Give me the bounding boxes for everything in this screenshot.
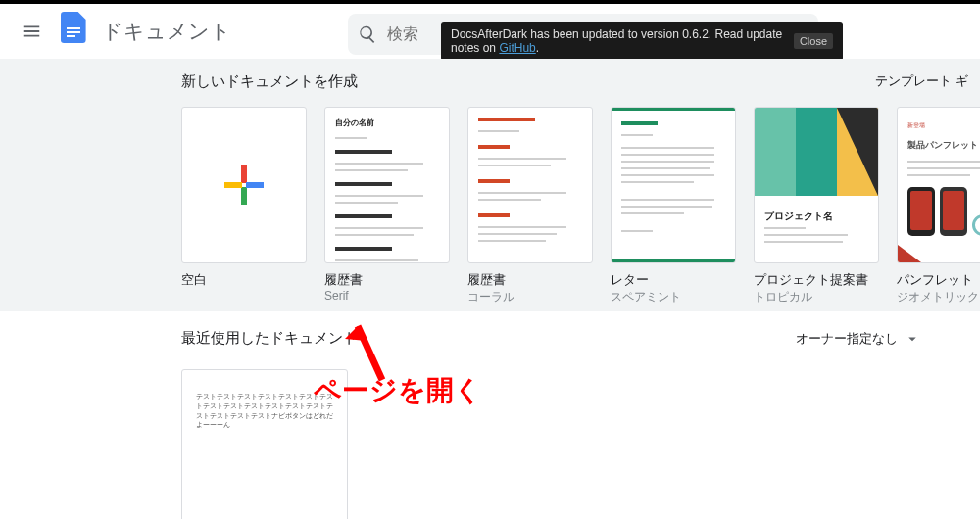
svg-rect-0 — [67, 27, 80, 29]
recent-document-thumb[interactable]: テストテストテストテストテストテストテストテストテストテストテストテストテストテ… — [181, 369, 348, 519]
template-subtitle: トロピカル — [754, 289, 879, 306]
search-icon — [358, 24, 377, 44]
templates-section: 新しいドキュメントを作成 テンプレート ギ 空白 自分の名前 — [0, 59, 980, 311]
thumb-pretitle: 新登場 — [907, 121, 980, 130]
hamburger-icon — [21, 21, 42, 42]
svg-rect-3 — [241, 165, 247, 183]
svg-rect-1 — [67, 31, 80, 33]
template-item-resume-coral: 履歴書 コーラル — [467, 107, 593, 306]
banner-text-suffix: . — [536, 41, 539, 55]
thumb-title: プロジェクト名 — [764, 210, 868, 223]
templates-heading: 新しいドキュメントを作成 — [181, 72, 980, 91]
svg-rect-5 — [224, 182, 242, 188]
template-gallery-link[interactable]: テンプレート ギ — [875, 72, 968, 90]
extension-update-banner: DocsAfterDark has been updated to versio… — [441, 22, 843, 61]
template-item-letter-spearmint: レター スペアミント — [611, 107, 736, 306]
phone-graphic-icon — [940, 187, 967, 236]
thumb-title: 製品パンフレット — [907, 139, 980, 152]
recent-header: 最近使用したドキュメント オーナー指定なし — [181, 329, 980, 348]
template-thumb-resume-coral[interactable] — [467, 107, 593, 263]
app-title: ドキュメント — [102, 18, 231, 45]
triangle-graphic-icon — [898, 245, 921, 262]
phone-graphic-icon — [907, 187, 935, 236]
banner-text: DocsAfterDark has been updated to versio… — [451, 27, 786, 55]
plus-icon — [222, 164, 266, 207]
template-item-resume-serif: 自分の名前 履歴書 Serif — [324, 107, 450, 306]
banner-github-link[interactable]: GitHub — [499, 41, 535, 55]
templates-row: 空白 自分の名前 履歴書 Serif — [181, 107, 980, 306]
template-thumb-resume-serif[interactable]: 自分の名前 — [324, 107, 450, 263]
recent-heading: 最近使用したドキュメント — [181, 329, 358, 348]
svg-rect-2 — [67, 35, 75, 37]
thumb-title: 自分の名前 — [335, 118, 439, 128]
chevron-down-icon — [904, 330, 921, 348]
template-name: 空白 — [181, 271, 307, 289]
template-item-blank: 空白 — [181, 107, 307, 306]
template-subtitle: ジオメトリック — [897, 289, 980, 306]
template-subtitle: コーラル — [467, 289, 593, 306]
recent-document-preview-text: テストテストテストテストテストテストテストテストテストテストテストテストテストテ… — [196, 393, 333, 428]
main-menu-button[interactable] — [12, 12, 51, 51]
svg-rect-4 — [241, 187, 247, 205]
docs-logo-icon[interactable] — [61, 12, 92, 51]
template-thumb-letter-spearmint[interactable] — [611, 107, 736, 263]
template-name: 履歴書 — [324, 271, 450, 289]
template-thumb-brochure[interactable]: 新登場 製品パンフレット — [897, 107, 980, 263]
svg-rect-6 — [246, 182, 264, 188]
template-subtitle: Serif — [324, 289, 450, 303]
owner-filter-label: オーナー指定なし — [796, 330, 898, 348]
template-subtitle: スペアミント — [611, 289, 736, 306]
template-name: 履歴書 — [467, 271, 593, 289]
recent-section: 最近使用したドキュメント オーナー指定なし テストテストテストテストテストテスト… — [0, 311, 980, 519]
template-item-project-proposal: プロジェクト名 プロジェクト提案書 トロピカル — [754, 107, 879, 306]
template-name: プロジェクト提案書 — [754, 271, 879, 289]
template-item-brochure: 新登場 製品パンフレット パンフレット ジオメトリック — [897, 107, 980, 306]
banner-close-button[interactable]: Close — [794, 33, 833, 49]
owner-filter-dropdown[interactable]: オーナー指定なし — [796, 330, 921, 348]
template-thumb-blank[interactable] — [181, 107, 307, 263]
template-name: レター — [611, 271, 736, 289]
template-name: パンフレット — [897, 271, 980, 289]
ring-graphic-icon — [972, 214, 980, 236]
template-thumb-project-proposal[interactable]: プロジェクト名 — [754, 107, 879, 263]
